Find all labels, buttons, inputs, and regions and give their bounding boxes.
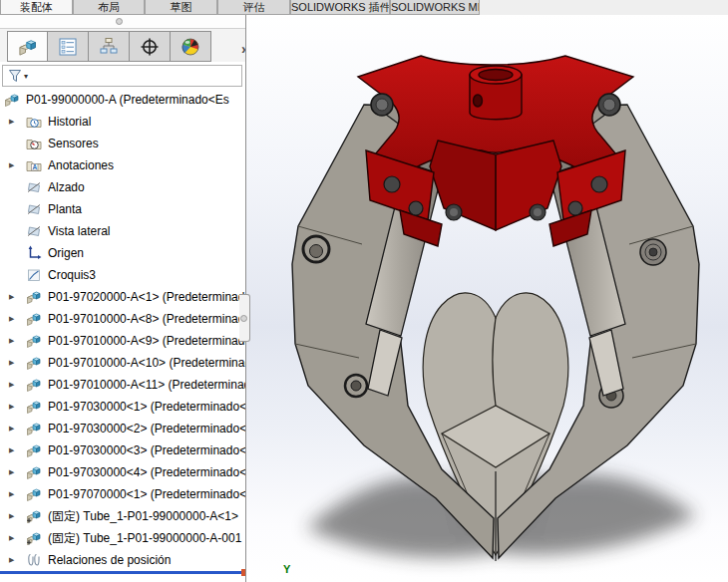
history-folder-icon xyxy=(26,114,43,130)
tree-item-label: P01-99000000-A (Predeterminado<Es xyxy=(26,93,229,107)
panel-tab-displaymanager[interactable] xyxy=(171,31,211,62)
model-canvas[interactable]: Y xyxy=(246,15,728,582)
expand-arrow-icon[interactable]: ▶ xyxy=(4,490,26,498)
tree-item[interactable]: ▶(固定) Tube_1-P01-99000000-A<1> xyxy=(0,505,245,527)
tree-item[interactable]: Alzado xyxy=(0,176,245,198)
expand-arrow-icon[interactable]: ▶ xyxy=(4,556,26,564)
expand-arrow-icon[interactable]: ▶ xyxy=(4,337,26,345)
tree-item-label: P01-97010000-A<8> (Predeterminado< xyxy=(48,312,245,326)
configurationmanager-icon xyxy=(99,37,119,57)
tree-item[interactable]: ▶(固定) Tube_1-P01-99000000-A-001 xyxy=(0,527,245,549)
tree-item-label: (固定) Tube_1-P01-99000000-A<1> xyxy=(48,508,238,525)
tree-item[interactable]: ▶AAnotaciones xyxy=(0,154,245,176)
tree-item-label: Anotaciones xyxy=(48,158,114,172)
tree-item[interactable]: ▶P01-97010000-A<10> (Predeterminado xyxy=(0,352,245,374)
tree-item-label: P01-97030000<3> (Predeterminado< xyxy=(48,443,245,457)
assembly-component-icon xyxy=(26,333,43,349)
tree-item[interactable]: ▶Relaciones de posición xyxy=(0,549,245,571)
tree-item[interactable]: ▶P01-97020000-A<1> (Predeterminado< xyxy=(0,286,245,308)
expand-arrow-icon[interactable]: ▶ xyxy=(4,315,26,323)
tree-item[interactable]: ▶P01-97030000<2> (Predeterminado< xyxy=(0,418,245,439)
splitter-grip-icon[interactable] xyxy=(116,18,123,25)
expand-arrow-icon[interactable]: ▶ xyxy=(4,381,26,389)
panel-tabs-container xyxy=(7,31,211,62)
panel-tab-featuremanager-tree[interactable] xyxy=(7,31,48,62)
filter-dropdown-caret-icon[interactable]: ▾ xyxy=(24,72,28,81)
tree-item[interactable]: Origen xyxy=(0,242,245,264)
expand-arrow-icon[interactable]: ▶ xyxy=(4,293,26,301)
expand-arrow-icon[interactable]: ▶ xyxy=(4,359,26,367)
tree-item[interactable]: Vista lateral xyxy=(0,220,245,242)
assembly-component-icon xyxy=(26,377,43,393)
tree-root-item[interactable]: P01-99000000-A (Predeterminado<Es xyxy=(0,89,245,111)
command-manager-tab-bar: 装配体布局草图评估SOLIDWORKS 插件SOLIDWORKS MBD xyxy=(0,0,728,15)
tree-item-label: P01-97030000<4> (Predeterminado< xyxy=(48,465,245,479)
tree-item-label: Vista lateral xyxy=(48,224,110,238)
expand-arrow-icon[interactable]: ▶ xyxy=(4,118,26,126)
feature-tree: P01-99000000-A (Predeterminado<Es▶Histor… xyxy=(0,89,245,571)
tree-item-label: Planta xyxy=(48,202,82,216)
plane-icon xyxy=(26,179,43,195)
panel-splitter-horizontal[interactable] xyxy=(0,15,245,29)
tree-item-label: P01-97070000<1> (Predeterminado< xyxy=(48,487,245,501)
expand-arrow-icon[interactable]: ▶ xyxy=(4,425,26,433)
filter-funnel-icon[interactable] xyxy=(7,69,23,84)
tree-item-label: Croquis3 xyxy=(48,268,96,282)
assembly-component-icon xyxy=(26,421,43,436)
tree-item-label: P01-97010000-A<11> (Predeterminado xyxy=(48,378,245,392)
expand-arrow-icon[interactable]: ▶ xyxy=(4,403,26,411)
ribbon-tab[interactable]: 评估 xyxy=(217,0,290,15)
assembly-component-icon xyxy=(26,355,43,371)
panel-tabs-overflow-button[interactable]: › xyxy=(241,42,246,56)
ribbon-tab[interactable]: 布局 xyxy=(73,0,145,15)
panel-tab-propertymanager[interactable] xyxy=(48,31,89,62)
ribbon-tab[interactable]: SOLIDWORKS 插件 xyxy=(290,0,390,15)
ribbon-tab[interactable]: 装配体 xyxy=(0,0,73,15)
plane-icon xyxy=(26,223,43,239)
tree-item[interactable]: Sensores xyxy=(0,133,245,154)
expand-arrow-icon[interactable]: ▶ xyxy=(4,468,26,476)
tree-item[interactable]: ▶P01-97030000<4> (Predeterminado< xyxy=(0,461,245,483)
panel-tab-configurationmanager[interactable] xyxy=(89,31,130,62)
tree-item-label: P01-97010000-A<10> (Predeterminado xyxy=(48,356,245,370)
expand-arrow-icon[interactable]: ▶ xyxy=(4,161,26,169)
tree-item[interactable]: ▶P01-97010000-A<9> (Predeterminado< xyxy=(0,330,245,352)
expand-arrow-icon[interactable]: ▶ xyxy=(4,446,26,454)
mates-folder-icon xyxy=(26,552,43,568)
dimxpertmanager-icon xyxy=(140,37,160,57)
rollback-bar[interactable] xyxy=(0,571,245,574)
expand-arrow-icon[interactable]: ▶ xyxy=(4,512,26,520)
tree-item[interactable]: ▶P01-97070000<1> (Predeterminado< xyxy=(0,483,245,505)
panel-tab-dimxpertmanager[interactable] xyxy=(130,31,171,62)
triad-y-axis-label: Y xyxy=(283,563,291,575)
expand-arrow-icon[interactable]: ▶ xyxy=(4,534,26,542)
assembly-component-icon xyxy=(26,289,43,305)
assembly-component-icon xyxy=(26,311,43,327)
ribbon-tab[interactable]: 草图 xyxy=(145,0,217,15)
fixed-component-icon xyxy=(26,508,43,524)
svg-text:A: A xyxy=(32,163,37,170)
graphics-viewport[interactable]: Y xyxy=(246,15,728,582)
tree-item-label: P01-97020000-A<1> (Predeterminado< xyxy=(48,290,245,304)
tree-item[interactable]: ▶P01-97010000-A<8> (Predeterminado< xyxy=(0,308,245,330)
tree-item[interactable]: Planta xyxy=(0,198,245,220)
rollback-bar-handle[interactable] xyxy=(241,569,245,576)
tree-item[interactable]: ▶P01-97030000<3> (Predeterminado< xyxy=(0,439,245,461)
tree-item[interactable]: Croquis3 xyxy=(0,264,245,286)
tree-item-label: Relaciones de posición xyxy=(48,553,171,567)
displaymanager-icon xyxy=(181,37,200,57)
panel-tab-strip: › xyxy=(0,29,245,62)
tree-item[interactable]: ▶P01-97030000<1> (Predeterminado< xyxy=(0,396,245,418)
fixed-component-icon xyxy=(26,530,43,546)
tree-item-label: P01-97030000<1> (Predeterminado< xyxy=(48,400,245,414)
tree-item[interactable]: ▶P01-97010000-A<11> (Predeterminado xyxy=(0,374,245,396)
tree-item-label: P01-97010000-A<9> (Predeterminado< xyxy=(48,334,245,348)
featuremanager-tree-icon xyxy=(18,37,38,57)
tree-item[interactable]: ▶Historial xyxy=(0,111,245,133)
propertymanager-icon xyxy=(58,37,78,57)
panel-splitter-vertical[interactable] xyxy=(239,294,250,342)
tree-filter-field[interactable]: ▾ xyxy=(2,65,242,87)
tree-item-label: P01-97030000<2> (Predeterminado< xyxy=(48,422,245,436)
ribbon-tab[interactable]: SOLIDWORKS MBD xyxy=(390,0,480,15)
splitter-grip-icon[interactable] xyxy=(240,315,247,322)
